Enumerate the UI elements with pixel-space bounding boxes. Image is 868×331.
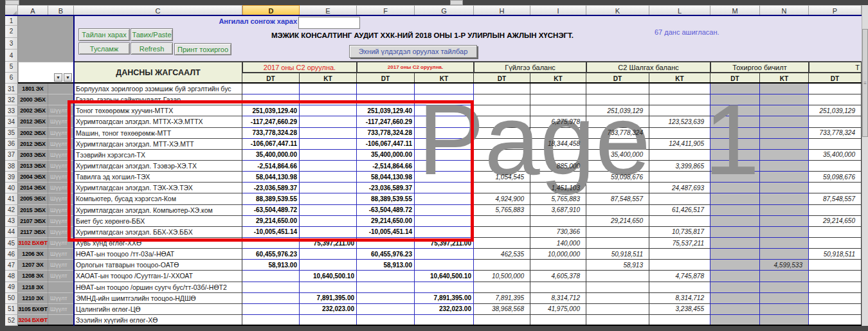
cell-value[interactable] [760,271,809,282]
cell-value[interactable] [760,249,809,260]
row-header-43[interactable]: 43 [5,216,18,227]
cell-value[interactable] [760,282,809,293]
row-header-44[interactable]: 44 [5,227,18,238]
vertical-scrollbar[interactable]: ≡ [862,5,868,326]
cell-value[interactable] [474,260,530,271]
cell-value[interactable]: 50,918,511 [586,249,649,260]
cell-value[interactable] [760,293,809,304]
row-header-42[interactable]: 42 [5,205,18,216]
cell-value[interactable]: 7,891,395 [474,293,530,304]
split-box-left[interactable] [5,0,19,5]
print-settings-button[interactable]: Принт тохиргоо [174,43,231,55]
cell-value[interactable]: 3,687,910 [530,205,586,216]
row-header-52[interactable]: 52 [5,315,18,326]
cell-value[interactable] [415,282,474,293]
cell-account-code[interactable]: 1218 ЭХ [18,282,48,293]
cell-value[interactable]: 730,366 [530,227,586,238]
cell-value[interactable] [809,282,862,293]
cell-value[interactable] [710,304,760,315]
cell-value[interactable] [760,205,809,216]
cell-value[interactable] [649,249,710,260]
cell-value[interactable] [760,193,809,204]
cell-value[interactable] [530,260,586,271]
cell-account-code[interactable]: 2015 ЭБХ [18,205,48,216]
cell-value[interactable]: 10,640,500.10 [300,271,357,282]
cell-value[interactable] [710,205,760,216]
cell-value[interactable] [415,249,474,260]
row-header-31[interactable]: 31 [5,84,18,94]
cell-value[interactable] [760,161,809,172]
cell-value[interactable]: 58,913 [586,260,649,271]
cell-value[interactable] [760,227,809,238]
cell-value[interactable]: 4,605,378 [530,271,586,282]
cell-value[interactable] [474,216,530,227]
cell-value[interactable] [710,271,760,282]
cell-value[interactable] [649,282,710,293]
cell-value[interactable]: 59,098,676 [809,172,862,183]
cell-account-name[interactable]: Орлогын татварын тооцоо-ОАТӨ [74,260,242,271]
cell-value[interactable]: 60,455,976.23 [357,249,415,260]
cell-account-name[interactable]: Цалингийн өглөг-ЦӨ [74,304,242,315]
cell-filter-flag[interactable] [48,84,74,94]
cell-value[interactable] [760,94,809,105]
cell-value[interactable]: 75,537,211 [649,238,710,249]
cell-value[interactable]: 232,023.00 [300,304,357,315]
cell-value[interactable]: 5,765,883 [474,205,530,216]
cell-value[interactable] [760,84,809,94]
cell-value[interactable] [300,260,357,271]
scrollbar-thumb[interactable]: ≡ [862,29,868,137]
row-header-34[interactable]: 34 [5,116,18,127]
cell-value[interactable] [809,260,862,271]
cell-value[interactable] [474,227,530,238]
cell-filter-flag[interactable]: Шүүлт [48,271,74,282]
cell-value[interactable] [760,238,809,249]
row-header-36[interactable]: 36 [5,139,18,150]
cell-value[interactable]: 50,918,511 [809,249,862,260]
cell-value[interactable]: 8,314,712 [649,293,710,304]
cell-value[interactable] [809,238,862,249]
cell-account-code[interactable]: 2013 ЭБХ [18,161,48,172]
cell-value[interactable]: 29,214,650 [809,216,862,227]
cell-value[interactable]: 41,975,000 [530,304,586,315]
cell-value[interactable] [809,139,862,150]
split-box-mid[interactable] [450,0,463,5]
help-button[interactable]: Тусламж [78,42,130,55]
cell-value[interactable] [242,293,300,304]
cell-value[interactable] [474,282,530,293]
row-header-3[interactable]: 3 [5,38,18,50]
cell-account-name[interactable]: НӨАТ-ын тооцоо /оршин суугч бус/тт-03б/-… [74,282,242,293]
refresh-button[interactable]: Refresh [131,42,173,55]
cell-value[interactable] [530,216,586,227]
row-header-35[interactable]: 35 [5,128,18,139]
cell-account-code[interactable]: 2107 ЭБХ [18,216,48,227]
cell-value[interactable] [300,249,357,260]
cell-value[interactable]: 10,735,817 [649,227,710,238]
cell-value[interactable] [586,205,649,216]
row-header-46[interactable]: 46 [5,249,18,260]
cell-value[interactable] [357,304,415,315]
cell-value[interactable]: 7,891,395.00 [300,293,357,304]
cell-account-code[interactable]: 2002 ЭБХ [18,128,48,139]
row-header-51[interactable]: 51 [5,304,18,315]
paste-button[interactable]: Тавих/Paste [131,28,173,41]
row-header-2[interactable]: 2 [5,26,18,38]
cell-value[interactable] [760,150,809,161]
cell-account-name[interactable]: Борлуулах зорилгоор эзэмшиж буй эргэлтий… [74,84,242,94]
cell-value[interactable] [710,216,760,227]
cell-value[interactable] [586,238,649,249]
cell-value[interactable] [474,238,530,249]
cell-value[interactable] [809,205,862,216]
cell-account-code[interactable]: 2003 ЭБХ [18,150,48,161]
cell-value[interactable] [357,282,415,293]
cell-filter-flag[interactable] [48,282,74,293]
cell-value[interactable] [530,282,586,293]
report-button[interactable]: Тайлан харах [78,28,130,41]
row-header-48[interactable]: 48 [5,271,18,282]
filter-dropdown-a[interactable]: ▼ [54,73,62,82]
cell-value[interactable] [242,271,300,282]
cell-value[interactable] [300,84,357,94]
row-header-6[interactable]: 6 [5,73,18,84]
cell-account-code[interactable]: 3105 БХӨТ [18,304,48,315]
cell-value[interactable]: 61,426,517 [649,205,710,216]
cell-value[interactable] [586,282,649,293]
